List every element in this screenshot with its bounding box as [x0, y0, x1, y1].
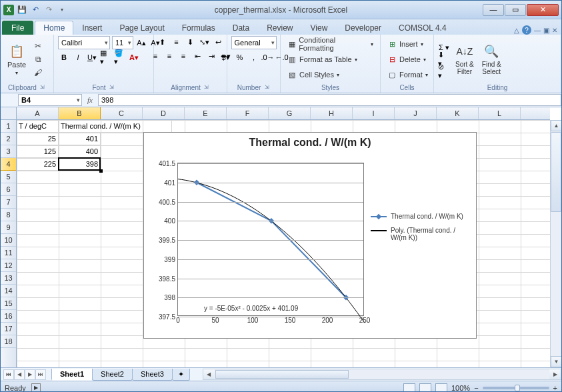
- cell-A2[interactable]: 25: [17, 133, 59, 145]
- minimize-ribbon-icon[interactable]: △: [514, 27, 519, 34]
- worksheet-grid[interactable]: ABCDEFGHIJKL 123456789101112131415161718…: [1, 107, 561, 367]
- tab-view[interactable]: View: [302, 21, 337, 35]
- chart-trendline[interactable]: [178, 179, 365, 323]
- help-icon[interactable]: ?: [522, 25, 531, 35]
- wrap-text-icon[interactable]: ↩: [213, 36, 225, 48]
- scroll-right-button[interactable]: ▶: [549, 369, 561, 379]
- align-center-icon[interactable]: ≡: [163, 50, 175, 62]
- align-right-icon[interactable]: ≡: [177, 50, 189, 62]
- col-head-E[interactable]: E: [185, 107, 227, 119]
- maximize-button[interactable]: ▭: [505, 4, 526, 16]
- sheet-tab-3[interactable]: Sheet3: [132, 369, 173, 381]
- tab-review[interactable]: Review: [258, 21, 301, 35]
- hscroll-thumb[interactable]: [215, 370, 349, 379]
- row-head-14[interactable]: 14: [1, 285, 16, 297]
- row-headers[interactable]: 123456789101112131415161718: [1, 120, 17, 367]
- number-format-select[interactable]: General: [231, 36, 277, 49]
- currency-icon[interactable]: $▾: [220, 51, 232, 63]
- page-break-view-button[interactable]: [435, 383, 447, 393]
- mdi-close-icon[interactable]: ✕: [552, 27, 557, 34]
- clear-icon[interactable]: ⊘ ▾: [438, 65, 450, 77]
- row-head-16[interactable]: 16: [1, 310, 16, 323]
- cell-B3[interactable]: 400: [59, 145, 101, 158]
- cell-B2[interactable]: 401: [59, 133, 101, 145]
- col-head-J[interactable]: J: [395, 107, 437, 119]
- undo-icon[interactable]: ↶: [30, 5, 41, 15]
- normal-view-button[interactable]: [403, 383, 415, 393]
- zoom-slider[interactable]: [483, 387, 549, 389]
- col-head-A[interactable]: A: [17, 107, 59, 119]
- cell-styles-button[interactable]: ▧Cell Styles▾: [285, 67, 376, 82]
- chart-legend[interactable]: Thermal cond. / W/(m K) Poly. (Thermal c…: [371, 213, 471, 248]
- col-head-L[interactable]: L: [479, 107, 521, 119]
- cell-A3[interactable]: 125: [17, 145, 59, 158]
- alignment-launcher-icon[interactable]: ⇲: [203, 84, 210, 91]
- tab-developer[interactable]: Developer: [336, 21, 390, 35]
- cell-B4[interactable]: 398: [59, 158, 101, 171]
- font-family-select[interactable]: Calibri: [58, 36, 110, 49]
- copy-icon[interactable]: ⧉: [31, 53, 45, 65]
- fill-color-icon[interactable]: 🪣▾: [114, 51, 126, 63]
- row-head-9[interactable]: 9: [1, 221, 16, 234]
- row-head-12[interactable]: 12: [1, 259, 16, 272]
- col-head-C[interactable]: C: [101, 107, 143, 119]
- row-head-13[interactable]: 13: [1, 272, 16, 285]
- col-head-D[interactable]: D: [143, 107, 185, 119]
- horizontal-scrollbar[interactable]: ◀ ▶: [203, 369, 561, 380]
- close-button[interactable]: ✕: [527, 4, 559, 16]
- prev-sheet-button[interactable]: ◀: [14, 369, 25, 380]
- mdi-minimize-icon[interactable]: —: [534, 27, 541, 34]
- inc-decimal-icon[interactable]: .0→: [262, 51, 274, 63]
- sort-filter-button[interactable]: A↓Z Sort & Filter: [453, 42, 477, 77]
- zoom-level[interactable]: 100%: [451, 384, 470, 392]
- chart-title[interactable]: Thermal cond. / W/(m K): [144, 133, 476, 153]
- border-icon[interactable]: ▦ ▾: [100, 51, 112, 63]
- row-head-5[interactable]: 5: [1, 171, 16, 183]
- vscroll-thumb[interactable]: [551, 132, 561, 212]
- file-tab[interactable]: File: [2, 21, 33, 35]
- percent-icon[interactable]: %: [234, 51, 246, 63]
- cell-A1[interactable]: T / degC: [17, 120, 59, 133]
- col-head-B[interactable]: B: [59, 107, 101, 119]
- qat-dropdown-icon[interactable]: ▾: [57, 5, 67, 15]
- legend-series-1[interactable]: Thermal cond. / W/(m K): [371, 213, 471, 220]
- italic-button[interactable]: I: [72, 51, 84, 63]
- zoom-in-button[interactable]: +: [553, 384, 557, 392]
- font-size-select[interactable]: 11: [112, 36, 133, 49]
- save-icon[interactable]: 💾: [17, 5, 27, 15]
- paste-button[interactable]: 📋 Paste ▾: [5, 42, 29, 77]
- bold-button[interactable]: B: [58, 51, 70, 63]
- first-sheet-button[interactable]: ⏮: [3, 369, 14, 380]
- cut-icon[interactable]: ✂: [31, 40, 45, 52]
- fx-icon[interactable]: fx: [87, 96, 93, 104]
- zoom-thumb[interactable]: [515, 385, 520, 391]
- align-left-icon[interactable]: ≡: [149, 50, 161, 62]
- name-box[interactable]: B4: [18, 94, 82, 106]
- insert-cells-button[interactable]: ⊞Insert▾: [385, 37, 431, 51]
- chart-object[interactable]: Thermal cond. / W/(m K) 397.5398398.5399…: [143, 132, 477, 339]
- col-head-F[interactable]: F: [227, 107, 269, 119]
- orientation-icon[interactable]: ⤡▾: [199, 36, 211, 48]
- conditional-formatting-button[interactable]: ▦Conditional Formatting▾: [285, 37, 376, 51]
- next-sheet-button[interactable]: ▶: [25, 369, 35, 380]
- new-sheet-button[interactable]: ✦: [172, 369, 190, 381]
- indent-inc-icon[interactable]: ⇥: [205, 50, 217, 62]
- cell-A4[interactable]: 225: [17, 158, 59, 171]
- row-head-10[interactable]: 10: [1, 234, 16, 247]
- font-color-icon[interactable]: A▾: [128, 51, 140, 63]
- format-painter-icon[interactable]: 🖌: [31, 67, 45, 79]
- tab-insert[interactable]: Insert: [73, 21, 111, 35]
- row-head-2[interactable]: 2: [1, 133, 16, 145]
- align-top-icon[interactable]: ⬆: [157, 36, 169, 48]
- row-head-8[interactable]: 8: [1, 209, 16, 221]
- delete-cells-button[interactable]: ⊟Delete▾: [385, 52, 431, 67]
- scroll-left-button[interactable]: ◀: [203, 369, 215, 379]
- format-as-table-button[interactable]: ▥Format as Table▾: [285, 52, 376, 67]
- row-head-15[interactable]: 15: [1, 297, 16, 310]
- grow-font-icon[interactable]: A▴: [135, 37, 147, 49]
- chart-equation[interactable]: y = -5E-05x² - 0.0025x + 401.09: [204, 305, 298, 312]
- font-launcher-icon[interactable]: ⇲: [109, 84, 115, 91]
- row-head-11[interactable]: 11: [1, 247, 16, 259]
- sheet-tab-1[interactable]: Sheet1: [51, 369, 93, 381]
- tab-page-layout[interactable]: Page Layout: [111, 21, 173, 35]
